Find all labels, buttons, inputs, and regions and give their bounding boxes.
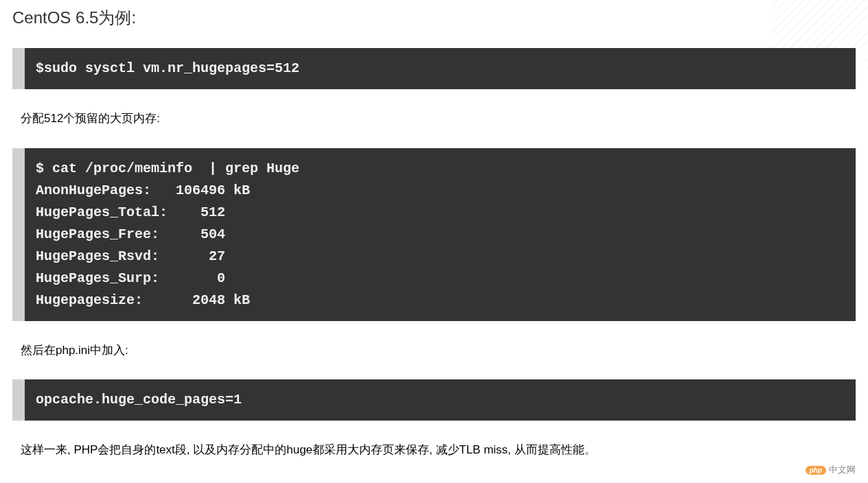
watermark-text: 中文网	[829, 464, 856, 476]
watermark: php 中文网	[806, 464, 856, 476]
page-heading: CentOS 6.5为例:	[12, 7, 868, 29]
watermark-logo: php	[806, 466, 826, 475]
code-content-2: $ cat /proc/meminfo | grep Huge AnonHuge…	[36, 158, 845, 311]
code-block-1: $sudo sysctl vm.nr_hugepages=512	[12, 48, 856, 89]
paragraph-2: 然后在php.ini中加入:	[21, 342, 868, 360]
code-content-3: opcache.huge_code_pages=1	[36, 389, 845, 411]
code-block-3: opcache.huge_code_pages=1	[12, 379, 856, 421]
code-content-1: $sudo sysctl vm.nr_hugepages=512	[36, 58, 845, 80]
paragraph-3: 这样一来, PHP会把自身的text段, 以及内存分配中的huge都采用大内存页…	[21, 441, 868, 459]
paragraph-1: 分配512个预留的大页内存:	[21, 110, 868, 128]
code-block-2: $ cat /proc/meminfo | grep Huge AnonHuge…	[12, 148, 856, 321]
